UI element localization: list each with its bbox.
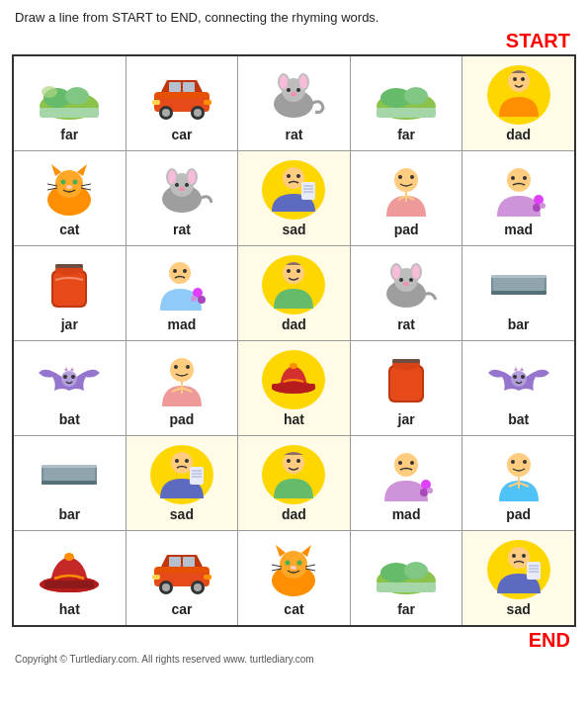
sad-circle-icon (260, 160, 327, 220)
cell-dad-3: dad (238, 436, 351, 530)
svg-point-103 (170, 358, 194, 382)
hill-icon (36, 65, 103, 125)
svg-rect-111 (272, 384, 315, 390)
pad3-icon (485, 445, 552, 504)
svg-point-33 (55, 170, 83, 198)
cell-label: car (171, 127, 192, 142)
svg-point-21 (299, 75, 307, 89)
svg-point-67 (523, 176, 527, 180)
rat3-icon (373, 255, 440, 314)
bat2-icon (485, 350, 552, 409)
svg-point-139 (410, 461, 414, 465)
svg-point-54 (296, 174, 300, 178)
hat-icon (36, 540, 103, 599)
svg-point-51 (179, 187, 185, 191)
svg-marker-101 (64, 367, 68, 371)
svg-point-179 (508, 547, 530, 569)
cell-label: far (397, 127, 415, 142)
cell-pad-1: pad (351, 151, 463, 245)
svg-point-127 (171, 452, 193, 474)
cell-dad-2: dad (238, 246, 351, 340)
svg-point-112 (290, 363, 297, 369)
svg-point-36 (61, 179, 66, 184)
cell-car-1: car (126, 56, 239, 150)
cell-dad-1: dad (462, 56, 574, 150)
cell-pad-2: pad (126, 341, 239, 435)
cell-label: mad (167, 316, 196, 332)
cat2-icon (260, 540, 327, 599)
dad-circle2-icon (260, 255, 327, 314)
cell-hat-1: hat (14, 531, 126, 625)
hat-circle-icon (260, 350, 327, 409)
cell-label: far (60, 127, 78, 142)
svg-point-27 (404, 87, 428, 105)
cell-pad-3: pad (462, 436, 574, 530)
svg-point-9 (162, 109, 170, 117)
svg-point-78 (183, 269, 187, 273)
svg-point-49 (175, 183, 179, 187)
hill2-icon (373, 65, 440, 125)
svg-point-29 (508, 70, 530, 92)
svg-point-91 (399, 278, 403, 282)
mad-icon (485, 160, 552, 220)
svg-rect-3 (40, 108, 99, 118)
cell-sad-1: sad (238, 151, 351, 245)
svg-rect-97 (491, 275, 546, 278)
cell-far-1: far (14, 56, 126, 150)
start-label: START (0, 30, 588, 52)
svg-point-135 (287, 459, 291, 463)
svg-rect-124 (43, 467, 95, 481)
cell-label: hat (59, 601, 80, 617)
cell-mad-2: mad (126, 246, 239, 340)
svg-point-50 (185, 183, 189, 187)
svg-rect-28 (377, 108, 436, 118)
svg-point-180 (512, 554, 516, 558)
bat-icon (36, 350, 103, 409)
cell-label: cat (284, 601, 303, 617)
svg-marker-154 (161, 555, 203, 567)
svg-rect-126 (42, 465, 97, 468)
svg-rect-75 (55, 264, 83, 268)
cell-sad-2: sad (126, 436, 239, 530)
cell-label: hat (284, 411, 304, 427)
cell-label: cat (59, 222, 79, 237)
cell-mad-3: mad (351, 436, 463, 530)
cell-bat-2: bat (462, 341, 574, 435)
svg-rect-163 (204, 575, 211, 580)
cell-label: sad (282, 222, 305, 237)
svg-rect-125 (42, 481, 97, 485)
grid-row-3: jar mad (14, 246, 574, 341)
svg-point-84 (296, 269, 300, 273)
rhyme-grid: far car (12, 54, 576, 627)
rat2-icon (148, 160, 215, 220)
svg-point-181 (522, 554, 526, 558)
svg-point-11 (194, 109, 202, 117)
svg-point-100 (71, 375, 75, 379)
cell-jar-2: jar (351, 341, 463, 435)
cell-label: bar (508, 316, 530, 332)
cell-label: pad (506, 506, 531, 522)
cell-label: bat (508, 411, 529, 427)
svg-point-157 (162, 583, 170, 591)
car-icon (148, 65, 215, 125)
cell-cat-1: cat (14, 151, 126, 245)
jar2-icon (373, 350, 440, 409)
svg-marker-122 (520, 367, 524, 371)
grid-row-2: cat rat (14, 151, 574, 246)
svg-rect-178 (377, 583, 436, 592)
svg-point-80 (198, 296, 206, 304)
cell-label: rat (397, 316, 415, 332)
svg-point-104 (174, 365, 178, 369)
svg-point-93 (403, 282, 409, 286)
svg-point-47 (168, 170, 176, 184)
svg-point-59 (394, 168, 418, 192)
svg-point-136 (296, 459, 300, 463)
dad-circle3-icon (260, 445, 327, 504)
cell-label: pad (169, 411, 194, 427)
svg-point-81 (191, 296, 197, 302)
svg-point-138 (398, 461, 402, 465)
car2-icon (148, 540, 215, 599)
svg-point-142 (427, 488, 433, 493)
svg-point-168 (286, 560, 291, 565)
dad-circle-icon (485, 65, 552, 125)
